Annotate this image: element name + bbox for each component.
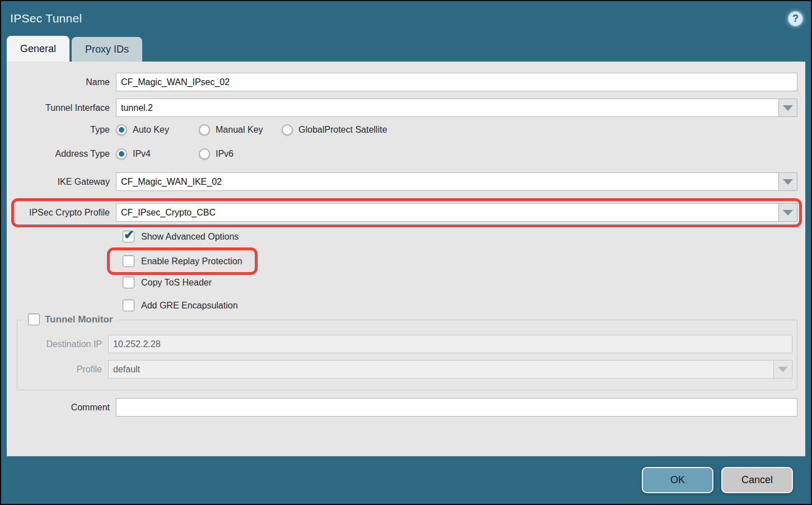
tunnel-interface-input[interactable] — [116, 99, 779, 117]
tunnel-interface-dropdown-button[interactable] — [778, 99, 797, 117]
highlight-box-enable-replay-protection: Enable Replay Protection — [107, 247, 258, 275]
radio-option-ipv6[interactable]: IPv6 — [199, 148, 270, 160]
address-type-row: Address Type IPv4 IPv6 — [18, 148, 797, 160]
radio-option-auto-key[interactable]: Auto Key — [116, 124, 188, 135]
chevron-down-icon — [783, 179, 793, 185]
show-advanced-options-checkbox[interactable] — [123, 231, 134, 242]
chevron-down-icon — [783, 105, 793, 111]
ike-gateway-label: IKE Gateway — [18, 177, 116, 187]
name-label: Name — [18, 77, 116, 87]
radio-icon — [282, 124, 293, 135]
type-radio-group: Auto Key Manual Key GlobalProtect Satell… — [116, 124, 398, 135]
highlight-box-ipsec-crypto-profile: IPSec Crypto Profile — [11, 198, 802, 227]
monitor-profile-input — [108, 360, 774, 378]
ipsec-crypto-profile-combo — [116, 203, 797, 222]
ike-gateway-dropdown-button[interactable] — [778, 172, 797, 191]
add-gre-encapsulation-row[interactable]: Add GRE Encapsulation — [18, 300, 797, 311]
monitor-profile-combo — [108, 360, 792, 378]
monitor-profile-label: Profile — [17, 364, 108, 375]
tunnel-monitor-checkbox[interactable] — [28, 314, 40, 325]
cancel-button[interactable]: Cancel — [721, 467, 793, 493]
dialog-footer: OK Cancel — [1, 456, 811, 504]
show-advanced-options-row[interactable]: Show Advanced Options — [18, 231, 797, 242]
enable-replay-protection-row: Enable Replay Protection — [18, 247, 797, 275]
type-row: Type Auto Key Manual Key GlobalProtect S… — [18, 124, 797, 135]
tunnel-interface-combo — [116, 99, 797, 117]
dialog-title: IPSec Tunnel — [10, 12, 82, 25]
address-type-label: Address Type — [18, 149, 116, 159]
name-row: Name — [18, 73, 797, 91]
destination-ip-row: Destination IP — [17, 335, 792, 353]
general-tab-panel: Name Tunnel Interface Type Auto Key — [7, 62, 805, 456]
comment-row: Comment — [18, 398, 797, 417]
monitor-profile-dropdown-button — [773, 360, 792, 378]
tunnel-monitor-fieldset: Tunnel Monitor Destination IP Profile — [17, 320, 797, 390]
ipsec-crypto-profile-row: IPSec Crypto Profile — [18, 203, 797, 222]
copy-tos-header-checkbox[interactable] — [123, 277, 134, 288]
chevron-down-icon — [783, 210, 793, 216]
tunnel-interface-row: Tunnel Interface — [18, 99, 797, 117]
ipsec-crypto-profile-dropdown-button[interactable] — [778, 203, 797, 222]
tab-bar: General Proxy IDs — [1, 36, 811, 62]
tab-general[interactable]: General — [7, 36, 69, 62]
tunnel-interface-label: Tunnel Interface — [18, 103, 116, 113]
ipsec-tunnel-dialog: IPSec Tunnel ? General Proxy IDs Name Tu… — [0, 0, 812, 505]
ike-gateway-input[interactable] — [116, 172, 779, 191]
radio-option-ipv4[interactable]: IPv4 — [116, 148, 188, 160]
ike-gateway-combo — [116, 172, 797, 191]
radio-icon — [116, 148, 127, 160]
radio-icon — [199, 124, 210, 135]
ipsec-crypto-profile-label: IPSec Crypto Profile — [18, 208, 116, 218]
dialog-titlebar: IPSec Tunnel ? — [1, 1, 811, 36]
copy-tos-header-row[interactable]: Copy ToS Header — [18, 277, 797, 288]
comment-label: Comment — [18, 403, 116, 413]
radio-option-globalprotect-satellite[interactable]: GlobalProtect Satellite — [282, 124, 387, 135]
monitor-profile-row: Profile — [17, 360, 792, 378]
enable-replay-protection-checkbox[interactable] — [123, 255, 134, 267]
ike-gateway-row: IKE Gateway — [18, 172, 797, 191]
ok-button[interactable]: OK — [642, 467, 713, 493]
chevron-down-icon — [778, 367, 788, 372]
type-label: Type — [18, 125, 116, 135]
destination-ip-input — [108, 335, 792, 353]
add-gre-encapsulation-checkbox[interactable] — [123, 300, 134, 311]
radio-icon — [199, 148, 210, 160]
tunnel-monitor-legend: Tunnel Monitor — [23, 314, 118, 325]
address-type-radio-group: IPv4 IPv6 — [116, 148, 282, 160]
radio-icon — [116, 124, 127, 135]
radio-option-manual-key[interactable]: Manual Key — [199, 124, 270, 135]
destination-ip-label: Destination IP — [17, 339, 108, 349]
help-icon[interactable]: ? — [788, 11, 803, 26]
name-input[interactable] — [116, 73, 797, 91]
ipsec-crypto-profile-input[interactable] — [116, 203, 779, 222]
tab-proxy-ids[interactable]: Proxy IDs — [72, 37, 142, 62]
comment-input[interactable] — [116, 398, 797, 417]
